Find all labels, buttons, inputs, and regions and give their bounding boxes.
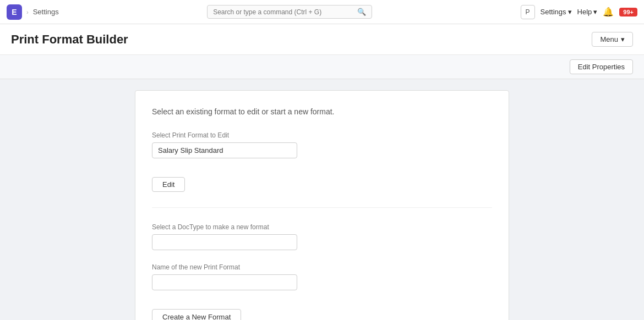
create-button-section: Create a New Format bbox=[152, 304, 492, 320]
select-format-input[interactable] bbox=[152, 142, 297, 158]
menu-dropdown-icon: ▾ bbox=[621, 35, 625, 43]
edit-button[interactable]: Edit bbox=[152, 177, 185, 192]
nav-right: P Settings ▾ Help ▾ 🔔 99+ bbox=[521, 5, 637, 19]
select-doctype-input[interactable] bbox=[152, 234, 297, 250]
help-dropdown-icon: ▾ bbox=[593, 8, 597, 16]
breadcrumb-chevron: › bbox=[26, 9, 29, 15]
breadcrumb-label: Settings bbox=[33, 8, 59, 16]
edit-properties-button[interactable]: Edit Properties bbox=[570, 59, 633, 74]
new-format-name-label: Name of the new Print Format bbox=[152, 263, 492, 271]
toolbar: Edit Properties bbox=[0, 55, 644, 79]
select-format-label: Select Print Format to Edit bbox=[152, 131, 492, 139]
main-content: Select an existing format to edit or sta… bbox=[0, 79, 644, 320]
select-doctype-section: Select a DocType to make a new format bbox=[152, 223, 492, 250]
search-area: 🔍 bbox=[63, 5, 516, 19]
section-divider bbox=[152, 207, 492, 208]
settings-dropdown-icon: ▾ bbox=[568, 8, 572, 16]
avatar[interactable]: P bbox=[521, 5, 535, 19]
form-card: Select an existing format to edit or sta… bbox=[135, 90, 509, 320]
app-logo[interactable]: E bbox=[7, 4, 22, 20]
form-intro-text: Select an existing format to edit or sta… bbox=[152, 107, 492, 116]
bell-icon[interactable]: 🔔 bbox=[603, 7, 614, 17]
select-doctype-label: Select a DocType to make a new format bbox=[152, 223, 492, 231]
search-icon: 🔍 bbox=[357, 8, 366, 16]
create-new-format-button[interactable]: Create a New Format bbox=[152, 309, 241, 320]
search-input[interactable] bbox=[213, 8, 354, 16]
edit-button-section: Edit bbox=[152, 172, 492, 192]
settings-nav-button[interactable]: Settings ▾ bbox=[541, 8, 572, 16]
menu-button[interactable]: Menu ▾ bbox=[592, 32, 633, 47]
search-box[interactable]: 🔍 bbox=[207, 5, 372, 19]
help-nav-button[interactable]: Help ▾ bbox=[577, 8, 598, 16]
new-format-name-section: Name of the new Print Format bbox=[152, 263, 492, 290]
page-title: Print Format Builder bbox=[11, 32, 128, 47]
select-format-section: Select Print Format to Edit bbox=[152, 131, 492, 158]
page-header: Print Format Builder Menu ▾ bbox=[0, 24, 644, 55]
notification-badge[interactable]: 99+ bbox=[619, 8, 637, 16]
new-format-name-input[interactable] bbox=[152, 274, 297, 290]
top-nav: E › Settings 🔍 P Settings ▾ Help ▾ 🔔 99+ bbox=[0, 0, 644, 24]
